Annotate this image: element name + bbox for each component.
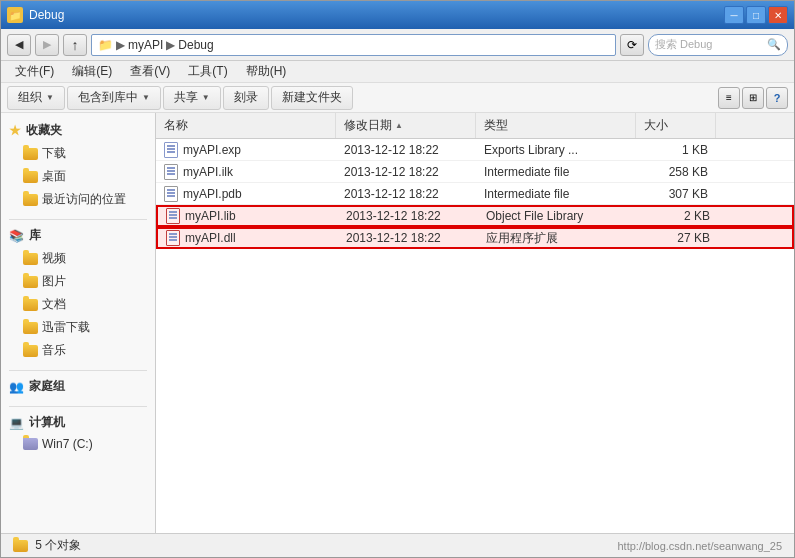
table-row[interactable]: myAPI.pdb 2013-12-12 18:22 Intermediate … <box>156 183 794 205</box>
address-path[interactable]: 📁 ▶ myAPI ▶ Debug <box>91 34 616 56</box>
library-icon: 📚 <box>9 229 24 243</box>
file-type-pdb: Intermediate file <box>476 185 636 203</box>
sidebar-homegroup-label: 家庭组 <box>29 378 65 395</box>
view-options-button[interactable]: ⊞ <box>742 87 764 109</box>
sidebar-computer-header[interactable]: 💻 计算机 <box>1 411 155 434</box>
maximize-button[interactable]: □ <box>746 6 766 24</box>
organize-chevron: ▼ <box>46 93 54 102</box>
sidebar-item-pictures[interactable]: 图片 <box>1 270 155 293</box>
address-bar: ◀ ▶ ↑ 📁 ▶ myAPI ▶ Debug ⟳ 搜索 Debug 🔍 <box>1 29 794 61</box>
new-folder-button[interactable]: 新建文件夹 <box>271 86 353 110</box>
title-controls: ─ □ ✕ <box>724 6 788 24</box>
sidebar-homegroup-header[interactable]: 👥 家庭组 <box>1 375 155 398</box>
share-button[interactable]: 共享 ▼ <box>163 86 221 110</box>
title-text: Debug <box>29 8 724 22</box>
folder-icon <box>23 148 38 160</box>
status-watermark: http://blog.csdn.net/seanwang_25 <box>617 540 782 552</box>
path-root: 📁 <box>98 38 113 52</box>
drive-icon <box>23 438 38 450</box>
file-type-ilk: Intermediate file <box>476 163 636 181</box>
table-row[interactable]: myAPI.ilk 2013-12-12 18:22 Intermediate … <box>156 161 794 183</box>
menu-help[interactable]: 帮助(H) <box>238 61 295 82</box>
include-button[interactable]: 包含到库中 ▼ <box>67 86 161 110</box>
file-name-pdb: myAPI.pdb <box>156 184 336 204</box>
sidebar-favorites-section: ★ 收藏夹 下载 桌面 最近访问的位置 <box>1 119 155 211</box>
pdb-file-icon <box>164 186 178 202</box>
menu-tools[interactable]: 工具(T) <box>180 61 235 82</box>
sidebar-item-desktop[interactable]: 桌面 <box>1 165 155 188</box>
col-header-type[interactable]: 类型 <box>476 113 636 138</box>
help-button[interactable]: ? <box>766 87 788 109</box>
star-icon: ★ <box>9 123 21 138</box>
computer-icon: 💻 <box>9 416 24 430</box>
window: 📁 Debug ─ □ ✕ ◀ ▶ ↑ 📁 ▶ myAPI ▶ Debug ⟳ … <box>0 0 795 558</box>
col-header-size[interactable]: 大小 <box>636 113 716 138</box>
exp-file-icon <box>164 142 178 158</box>
lib-file-icon <box>166 208 180 224</box>
sidebar-homegroup-section: 👥 家庭组 <box>1 375 155 398</box>
file-date-lib: 2013-12-12 18:22 <box>338 207 478 225</box>
file-list-header: 名称 修改日期 ▲ 类型 大小 <box>156 113 794 139</box>
table-row[interactable]: myAPI.exp 2013-12-12 18:22 Exports Libra… <box>156 139 794 161</box>
folder-icon <box>23 299 38 311</box>
search-placeholder: 搜索 Debug <box>655 37 712 52</box>
sort-arrow-icon: ▲ <box>395 121 403 130</box>
sidebar-item-recent[interactable]: 最近访问的位置 <box>1 188 155 211</box>
sidebar-desktop-label: 桌面 <box>42 168 66 185</box>
up-button[interactable]: ↑ <box>63 34 87 56</box>
burn-button[interactable]: 刻录 <box>223 86 269 110</box>
file-date-dll: 2013-12-12 18:22 <box>338 229 478 247</box>
file-size-lib: 2 KB <box>638 207 718 225</box>
folder-icon <box>23 253 38 265</box>
forward-button[interactable]: ▶ <box>35 34 59 56</box>
sidebar-item-documents[interactable]: 文档 <box>1 293 155 316</box>
file-date-ilk: 2013-12-12 18:22 <box>336 163 476 181</box>
window-icon: 📁 <box>7 7 23 23</box>
back-button[interactable]: ◀ <box>7 34 31 56</box>
sidebar-divider-1 <box>9 219 147 220</box>
file-type-dll: 应用程序扩展 <box>478 228 638 249</box>
file-type-lib: Object File Library <box>478 207 638 225</box>
folder-icon <box>23 194 38 206</box>
folder-icon <box>23 345 38 357</box>
minimize-button[interactable]: ─ <box>724 6 744 24</box>
status-bar: 5 个对象 http://blog.csdn.net/seanwang_25 <box>1 533 794 557</box>
sidebar-item-downloads[interactable]: 下载 <box>1 142 155 165</box>
menu-edit[interactable]: 编辑(E) <box>64 61 120 82</box>
sidebar-item-music[interactable]: 音乐 <box>1 339 155 362</box>
include-chevron: ▼ <box>142 93 150 102</box>
search-box[interactable]: 搜索 Debug 🔍 <box>648 34 788 56</box>
path-segment-api: myAPI <box>128 38 163 52</box>
menu-file[interactable]: 文件(F) <box>7 61 62 82</box>
table-row[interactable]: myAPI.lib 2013-12-12 18:22 Object File L… <box>156 205 794 227</box>
sidebar-item-drive-c[interactable]: Win7 (C:) <box>1 434 155 454</box>
sidebar-library-section: 📚 库 视频 图片 文档 迅雷下载 <box>1 224 155 362</box>
sidebar-library-header[interactable]: 📚 库 <box>1 224 155 247</box>
main-content: ★ 收藏夹 下载 桌面 最近访问的位置 <box>1 113 794 533</box>
search-icon[interactable]: 🔍 <box>767 38 781 51</box>
view-details-button[interactable]: ≡ <box>718 87 740 109</box>
refresh-button[interactable]: ⟳ <box>620 34 644 56</box>
menu-bar: 文件(F) 编辑(E) 查看(V) 工具(T) 帮助(H) <box>1 61 794 83</box>
file-date-exp: 2013-12-12 18:22 <box>336 141 476 159</box>
file-list-container[interactable]: 名称 修改日期 ▲ 类型 大小 myAPI.exp 20 <box>156 113 794 533</box>
sidebar-item-thunder[interactable]: 迅雷下载 <box>1 316 155 339</box>
table-row[interactable]: myAPI.dll 2013-12-12 18:22 应用程序扩展 27 KB <box>156 227 794 249</box>
col-header-name[interactable]: 名称 <box>156 113 336 138</box>
dll-file-icon <box>166 230 180 246</box>
sidebar-downloads-label: 下载 <box>42 145 66 162</box>
file-size-ilk: 258 KB <box>636 163 716 181</box>
sidebar-favorites-label: 收藏夹 <box>26 122 62 139</box>
col-header-date[interactable]: 修改日期 ▲ <box>336 113 476 138</box>
organize-button[interactable]: 组织 ▼ <box>7 86 65 110</box>
menu-view[interactable]: 查看(V) <box>122 61 178 82</box>
folder-status-icon <box>13 540 28 552</box>
close-button[interactable]: ✕ <box>768 6 788 24</box>
sidebar-item-video[interactable]: 视频 <box>1 247 155 270</box>
file-size-dll: 27 KB <box>638 229 718 247</box>
sidebar: ★ 收藏夹 下载 桌面 最近访问的位置 <box>1 113 156 533</box>
sidebar-library-label: 库 <box>29 227 41 244</box>
sidebar-favorites-header[interactable]: ★ 收藏夹 <box>1 119 155 142</box>
file-name-dll: myAPI.dll <box>158 228 338 248</box>
title-bar: 📁 Debug ─ □ ✕ <box>1 1 794 29</box>
